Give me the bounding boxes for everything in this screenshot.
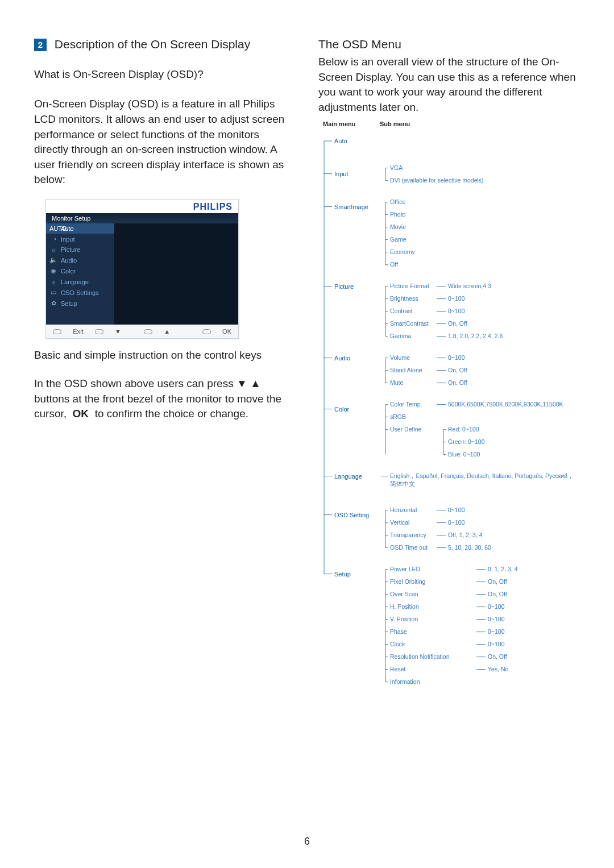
tree-picture-item: Picture Format — [390, 283, 429, 290]
basic-body: In the OSD shown above users can press ▼… — [34, 376, 296, 422]
tree-audio: Audio — [334, 354, 350, 362]
tree-picture-item: Gamma — [390, 333, 411, 340]
osd-header: Monitor Setup — [46, 213, 238, 223]
ok-key-icon — [202, 329, 211, 334]
tree-picture: Picture — [334, 283, 354, 290]
tree-auto: Auto — [334, 137, 347, 145]
tree-picture-value: 0~100 — [448, 295, 465, 303]
tree-osdsetting-item: OSD Time out — [390, 544, 428, 552]
tree-osdsetting-item: Horizontal — [390, 506, 417, 514]
tree-color-value: 5000K,6500K,7500K,8200K,9300K,11500K — [448, 401, 563, 409]
language-icon: ᵹ — [49, 278, 57, 285]
picture-icon: ☼ — [49, 246, 57, 253]
section-title-text: Description of the On Screen Display — [55, 38, 250, 51]
right-column: The OSD Menu Below is an overall view of… — [318, 34, 580, 750]
tree-setup-value: Yes, No — [488, 666, 508, 674]
osd-menu-item[interactable]: ᵹLanguage — [46, 276, 114, 287]
section-number: 2 — [34, 39, 47, 51]
tree-smartimage-item: Game — [390, 236, 406, 244]
tree-setup-item: Information — [390, 678, 420, 686]
tree-smartimage-item: Economy — [390, 248, 415, 256]
osd-menu-item[interactable]: ◉Color — [46, 265, 114, 276]
up-key-icon — [144, 329, 152, 334]
tree-input: Input — [334, 170, 348, 178]
tree-header: Main menu Sub menu — [323, 121, 580, 127]
setup-icon: ✿ — [49, 300, 57, 307]
tree-color-item: sRGB — [390, 413, 406, 421]
tree-setup-item: Pixel Orbiting — [390, 578, 425, 586]
tree-color: Color — [334, 405, 349, 413]
back-key-icon — [53, 329, 61, 334]
osd-menu-item[interactable]: 🔈Audio — [46, 255, 114, 265]
tree-setup-value: 0~100 — [488, 603, 505, 611]
osd-menu-item[interactable]: ▭OSD Settings — [46, 287, 114, 298]
tree-language: Language — [334, 472, 362, 480]
tree-setup-value: On, Off — [488, 591, 507, 599]
osd-brand: PHILIPS — [46, 200, 238, 213]
up-arrow-icon: ▲ — [164, 328, 170, 335]
section-title: 2 Description of the On Screen Display — [34, 38, 296, 51]
basic-heading: Basic and simple instruction on the cont… — [34, 349, 296, 362]
tree-osdsetting: OSD Setting — [334, 511, 369, 519]
main-menu-header: Main menu — [323, 121, 360, 127]
osd-menu: AUTOAuto ⇢Input ☼Picture 🔈Audio ◉Color ᵹ… — [46, 223, 114, 325]
tree-smartimage-item: Office — [390, 198, 405, 206]
question-heading: What is On-Screen Display (OSD)? — [34, 68, 296, 81]
tree-setup-item: Reset — [390, 666, 405, 674]
tree-setup-item: Resolution Notification — [390, 653, 449, 661]
tree-smartimage-item: Off — [390, 261, 398, 269]
tree-language-value: English，Español, Français, Deutsch, Ital… — [390, 472, 578, 488]
tree-osdsetting-value: 5, 10, 20, 30, 60 — [448, 544, 491, 552]
osd-settings-icon: ▭ — [49, 289, 57, 296]
body-paragraph-1: On-Screen Display (OSD) is a feature in … — [34, 97, 296, 188]
tree-picture-value: 1.8, 2.0, 2.2, 2.4, 2.6 — [448, 333, 503, 340]
tree-osdsetting-item: Vertical — [390, 519, 409, 527]
menu-tree: AutoInputVGADVI (available for selective… — [318, 131, 580, 750]
tree-smartimage-item: Photo — [390, 211, 405, 219]
osd-window: PHILIPS Monitor Setup AUTOAuto ⇢Input ☼P… — [45, 199, 239, 339]
tree-setup-item: Clock — [390, 641, 405, 649]
right-body: Below is an overall view of the structur… — [318, 55, 580, 115]
tree-color-sub: Green: 0~100 — [448, 438, 485, 446]
osd-menu-item[interactable]: ✿Setup — [46, 298, 114, 309]
tree-color-sub: Red: 0~100 — [448, 426, 479, 434]
tree-setup: Setup — [334, 570, 351, 578]
tree-setup-value: 0~100 — [488, 616, 505, 624]
tree-picture-item: SmartContrast — [390, 320, 429, 328]
osd-preview — [114, 223, 238, 325]
tree-smartimage: SmartImage — [334, 203, 368, 211]
color-icon: ◉ — [49, 267, 57, 275]
tree-osdsetting-item: Transparency — [390, 531, 426, 539]
tree-picture-item: Contrast — [390, 308, 413, 315]
tree-color-sub: Blue: 0~100 — [448, 451, 480, 459]
tree-setup-value: 0~100 — [488, 641, 505, 649]
audio-icon: 🔈 — [49, 256, 57, 264]
osd-menu-item[interactable]: ⇢Input — [46, 234, 114, 244]
tree-setup-item: Phase — [390, 628, 407, 636]
tree-picture-item: Brightness — [390, 295, 418, 303]
tree-audio-item: Mute — [390, 379, 403, 387]
tree-audio-value: 0~100 — [448, 354, 465, 362]
osd-menu-item[interactable]: AUTOAuto — [46, 223, 114, 234]
page-number: 6 — [0, 836, 614, 848]
auto-icon: AUTO — [49, 225, 57, 232]
osd-menu-item[interactable]: ☼Picture — [46, 244, 114, 255]
osd-menu-heading: The OSD Menu — [318, 38, 580, 51]
tree-input-item: VGA — [390, 164, 403, 172]
input-icon: ⇢ — [49, 235, 57, 243]
osd-footer: Exit ▼ ▲ OK — [46, 325, 238, 338]
tree-color-item: Color Temp. — [390, 401, 422, 409]
ok-label: OK — [222, 328, 231, 335]
tree-setup-value: On, Off — [488, 653, 507, 661]
tree-setup-value: 0~100 — [488, 628, 505, 636]
tree-setup-value: 0, 1, 2, 3, 4 — [488, 566, 518, 574]
tree-picture-value: On, Off — [448, 320, 467, 328]
exit-label: Exit — [73, 328, 83, 335]
tree-color-item: User Define — [390, 426, 421, 434]
tree-audio-value: On, Off — [448, 379, 467, 387]
down-arrow-icon: ▼ — [115, 328, 121, 335]
tree-setup-value: On, Off — [488, 578, 507, 586]
tree-setup-item: Over Scan — [390, 591, 418, 599]
left-column: 2 Description of the On Screen Display W… — [34, 34, 296, 750]
tree-osdsetting-value: 0~100 — [448, 519, 465, 527]
